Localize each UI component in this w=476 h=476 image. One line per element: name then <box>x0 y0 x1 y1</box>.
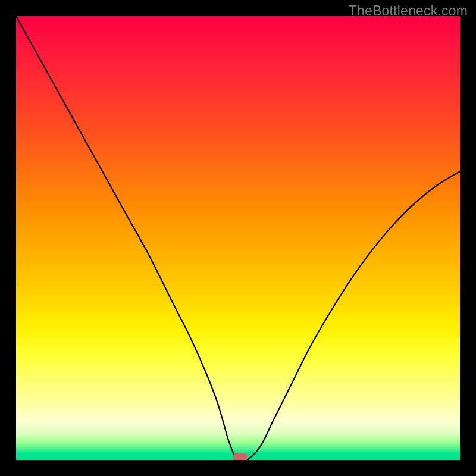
plot-area <box>16 16 460 460</box>
chart-frame: TheBottleneck.com <box>0 0 476 476</box>
bottleneck-curve <box>16 16 460 460</box>
curve-layer <box>16 16 460 460</box>
optimal-point-marker <box>234 453 247 460</box>
